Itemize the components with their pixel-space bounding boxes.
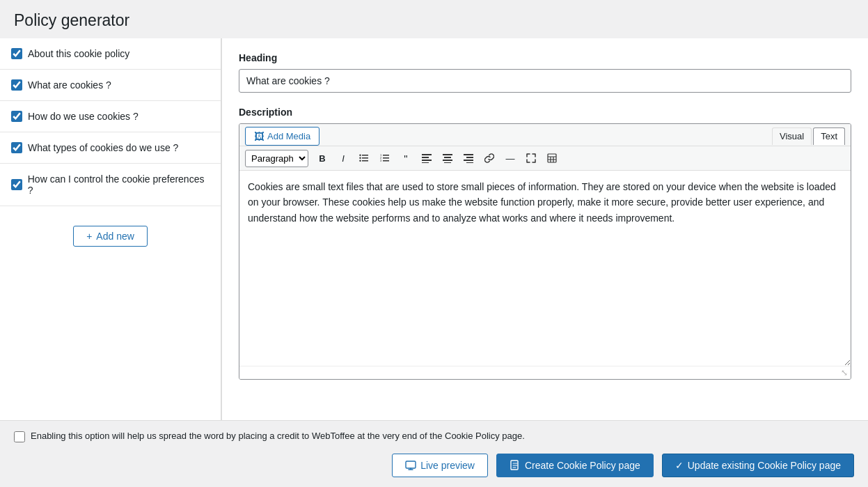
editor-body[interactable]: Cookies are small text files that are us… (239, 171, 851, 366)
create-icon (510, 460, 521, 471)
sidebar-item-what-are[interactable]: What are cookies ? (0, 70, 221, 101)
page-title: Policy generator (0, 0, 868, 38)
footer-actions: Live preview Create Cookie Policy page ✓… (14, 454, 854, 477)
svg-rect-15 (422, 162, 429, 163)
svg-rect-6 (383, 155, 389, 156)
svg-point-5 (359, 160, 361, 162)
description-label: Description (239, 107, 851, 118)
align-center-button[interactable] (438, 149, 457, 167)
live-preview-icon (405, 460, 416, 471)
svg-rect-19 (444, 162, 451, 163)
align-right-button[interactable] (459, 149, 478, 167)
add-media-label: Add Media (267, 131, 310, 141)
bold-button[interactable]: B (313, 149, 332, 167)
unordered-list-button[interactable] (354, 149, 374, 167)
update-policy-label: Update existing Cookie Policy page (688, 460, 841, 471)
svg-text:3: 3 (380, 159, 382, 162)
tab-text[interactable]: Text (813, 127, 845, 145)
sidebar-item-about[interactable]: About this cookie policy (0, 38, 221, 70)
credit-checkbox[interactable] (14, 431, 25, 442)
sidebar-item-label-about: About this cookie policy (28, 48, 129, 59)
update-policy-button[interactable]: ✓ Update existing Cookie Policy page (662, 454, 854, 477)
svg-rect-20 (464, 154, 473, 155)
sidebar-item-what-types[interactable]: What types of cookies do we use ? (0, 132, 221, 164)
sidebar-checkbox-what-are[interactable] (11, 79, 22, 91)
sidebar-item-label-how-use: How do we use cookies ? (28, 111, 139, 122)
heading-field-group: Heading (239, 52, 851, 93)
sidebar-item-label-how-control: How can I control the cookie preferences… (28, 173, 210, 196)
resize-icon: ⤡ (841, 368, 848, 378)
footer-section: Enabling this option will help us spread… (0, 420, 868, 487)
heading-label: Heading (239, 52, 851, 63)
create-policy-button[interactable]: Create Cookie Policy page (496, 454, 654, 477)
svg-rect-12 (422, 154, 432, 155)
editor-resize-handle: ⤡ (239, 366, 851, 379)
credit-checkbox-row: Enabling this option will help us spread… (14, 431, 854, 442)
svg-rect-0 (362, 155, 368, 156)
editor-toolbar: Paragraph B I 123 " (239, 146, 851, 171)
align-left-button[interactable] (417, 149, 436, 167)
sidebar-item-how-use[interactable]: How do we use cookies ? (0, 101, 221, 132)
add-media-bar: 🖼 Add Media (245, 127, 319, 146)
checkmark-icon: ✓ (675, 460, 684, 471)
svg-rect-18 (443, 160, 452, 161)
paragraph-select[interactable]: Paragraph (245, 150, 308, 167)
tab-visual[interactable]: Visual (772, 127, 812, 145)
svg-rect-17 (444, 157, 451, 158)
svg-rect-29 (406, 461, 416, 468)
sidebar-checkbox-how-use[interactable] (11, 111, 22, 122)
sidebar: About this cookie policy What are cookie… (0, 38, 221, 420)
editor-container: 🖼 Add Media Visual Text Paragraph (239, 123, 851, 380)
heading-input[interactable] (239, 69, 851, 93)
link-button[interactable] (480, 149, 499, 167)
svg-rect-8 (383, 160, 389, 162)
ordered-list-button[interactable]: 123 (375, 149, 395, 167)
editor-tabs: Visual Text (771, 127, 845, 145)
add-new-label: Add new (96, 231, 134, 242)
sidebar-item-how-control[interactable]: How can I control the cookie preferences… (0, 164, 221, 206)
svg-rect-13 (422, 157, 429, 158)
svg-rect-24 (548, 154, 556, 162)
credit-text: Enabling this option will help us spread… (31, 431, 525, 441)
sidebar-item-label-what-types: What types of cookies do we use ? (28, 142, 178, 153)
svg-point-3 (359, 155, 361, 156)
create-policy-label: Create Cookie Policy page (525, 460, 640, 471)
plus-icon: + (86, 231, 92, 242)
fullscreen-button[interactable] (521, 149, 541, 167)
add-new-button[interactable]: + Add new (73, 226, 148, 247)
sidebar-item-label-what-are: What are cookies ? (28, 79, 111, 91)
horizontal-rule-button[interactable]: — (500, 149, 520, 167)
svg-rect-23 (466, 162, 473, 163)
sidebar-checkbox-about[interactable] (11, 48, 22, 59)
svg-rect-16 (443, 154, 452, 155)
media-icon: 🖼 (254, 130, 265, 142)
svg-rect-14 (422, 160, 432, 161)
editor-content: Cookies are small text files that are us… (248, 181, 836, 224)
live-preview-button[interactable]: Live preview (392, 454, 488, 477)
sidebar-checkbox-how-control[interactable] (11, 179, 22, 190)
content-area: Heading Description 🖼 Add Media (221, 38, 868, 420)
sidebar-checkbox-what-types[interactable] (11, 142, 22, 153)
svg-rect-1 (362, 157, 368, 159)
italic-button[interactable]: I (333, 149, 353, 167)
svg-rect-21 (466, 157, 473, 158)
add-media-button[interactable]: 🖼 Add Media (245, 127, 319, 146)
description-field-group: Description 🖼 Add Media Visual Text (239, 107, 851, 380)
blockquote-button[interactable]: " (396, 149, 416, 167)
live-preview-label: Live preview (420, 460, 475, 471)
table-button[interactable] (542, 149, 562, 167)
svg-rect-7 (383, 157, 389, 159)
svg-rect-2 (362, 160, 368, 162)
svg-rect-22 (464, 160, 473, 161)
svg-point-4 (359, 157, 361, 159)
